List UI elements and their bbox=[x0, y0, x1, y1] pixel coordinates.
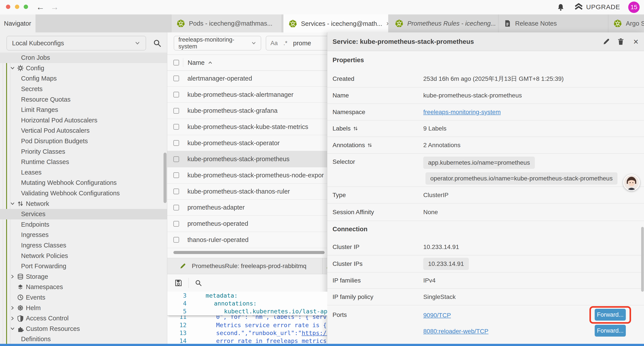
chevron-icon[interactable] bbox=[10, 253, 15, 259]
table-row[interactable]: kube-prometheus-stack-grafana bbox=[167, 103, 327, 119]
sidebar-item[interactable]: Secrets bbox=[0, 84, 167, 94]
tab-prometheus-rules[interactable]: Prometheus Rules - icecheng... bbox=[390, 14, 498, 32]
name-column-header[interactable]: Name bbox=[188, 59, 204, 66]
sidebar-item[interactable]: Horizontal Pod Autoscalers bbox=[0, 115, 167, 126]
select-all-checkbox[interactable] bbox=[174, 60, 179, 65]
row-checkbox[interactable] bbox=[174, 92, 179, 97]
tab-argo[interactable]: Argo Se bbox=[608, 14, 644, 32]
chevron-icon[interactable] bbox=[10, 86, 15, 92]
sidebar-item[interactable]: Custom Resources bbox=[0, 324, 167, 334]
editor-search-icon[interactable] bbox=[195, 280, 202, 287]
sidebar-item[interactable]: Namespaces bbox=[0, 282, 167, 292]
table-row[interactable]: prometheus-operated bbox=[167, 216, 327, 232]
chevron-icon[interactable] bbox=[10, 336, 15, 342]
sort-ascending-icon[interactable] bbox=[208, 60, 213, 65]
chevron-icon[interactable] bbox=[10, 159, 15, 165]
row-checkbox[interactable] bbox=[174, 108, 179, 114]
row-checkbox[interactable] bbox=[174, 140, 179, 146]
tab-pods[interactable]: Pods - icecheng@mathmas... bbox=[171, 14, 282, 32]
chevron-icon[interactable] bbox=[10, 201, 15, 207]
sidebar-item[interactable]: Ingress Classes bbox=[0, 240, 167, 251]
tab-services[interactable]: Services - icecheng@math... × bbox=[284, 14, 388, 33]
detail-scrollbar[interactable] bbox=[641, 227, 644, 292]
table-row[interactable]: alertmanager-operated bbox=[167, 70, 327, 87]
chevron-icon[interactable] bbox=[10, 180, 15, 186]
chevron-icon[interactable] bbox=[10, 274, 15, 280]
delete-trash-icon[interactable] bbox=[617, 38, 624, 45]
port-9090-link[interactable]: 9090/TCP bbox=[423, 312, 451, 319]
sidebar-item[interactable]: Network bbox=[0, 198, 167, 209]
notifications-bell-icon[interactable] bbox=[557, 3, 565, 11]
close-tab-icon[interactable]: × bbox=[386, 20, 388, 27]
horizontal-scrollbar[interactable] bbox=[174, 251, 325, 254]
row-checkbox[interactable] bbox=[174, 221, 179, 227]
editor-tab-prometheusrule[interactable]: PrometheusRule: freeleaps-prod-rabbitmq bbox=[172, 258, 323, 274]
chevron-icon[interactable] bbox=[10, 107, 15, 113]
table-row[interactable]: kube-prometheus-stack-prometheus-node-ex… bbox=[167, 167, 327, 184]
chevron-icon[interactable] bbox=[10, 128, 15, 134]
sidebar-item[interactable]: Access Control bbox=[0, 313, 167, 324]
table-row[interactable]: kube-prometheus-stack-thanos-ruler bbox=[167, 184, 327, 200]
sidebar-item[interactable]: Cron Jobs bbox=[0, 52, 167, 63]
sidebar-item[interactable]: Leases bbox=[0, 167, 167, 178]
forward-button[interactable]: → bbox=[50, 2, 59, 12]
kubeconfig-dropdown[interactable]: Local Kubeconfigs bbox=[6, 36, 146, 50]
table-row[interactable]: kube-prometheus-stack-kube-state-metrics bbox=[167, 119, 327, 135]
notification-count-badge[interactable]: 15 bbox=[628, 1, 640, 13]
save-icon[interactable] bbox=[174, 279, 182, 287]
chevron-icon[interactable] bbox=[10, 232, 15, 238]
expand-annotations-icon[interactable] bbox=[367, 143, 372, 148]
chevron-icon[interactable] bbox=[10, 264, 15, 269]
sidebar-item[interactable]: Runtime Classes bbox=[0, 157, 167, 167]
port-8080-link[interactable]: 8080:reloader-web/TCP bbox=[423, 328, 488, 335]
chevron-icon[interactable] bbox=[10, 138, 15, 144]
sidebar-item[interactable]: Ingresses bbox=[0, 230, 167, 240]
sidebar-item[interactable]: Mutating Webhook Configurations bbox=[0, 178, 167, 188]
chevron-icon[interactable] bbox=[10, 117, 15, 123]
sidebar-item[interactable]: Storage bbox=[0, 271, 167, 282]
close-panel-icon[interactable]: × bbox=[632, 36, 640, 44]
row-checkbox[interactable] bbox=[174, 172, 179, 178]
namespace-dropdown[interactable]: freeleaps-monitoring-system bbox=[174, 36, 261, 50]
namespace-link[interactable]: freeleaps-monitoring-system bbox=[423, 109, 501, 116]
row-checkbox[interactable] bbox=[174, 124, 179, 130]
maximize-window-button[interactable] bbox=[24, 4, 28, 9]
chevron-icon[interactable] bbox=[10, 326, 15, 332]
chevron-icon[interactable] bbox=[10, 305, 15, 311]
sidebar-item[interactable]: Resource Quotas bbox=[0, 94, 167, 105]
assistant-avatar[interactable] bbox=[623, 174, 640, 191]
chevron-icon[interactable] bbox=[10, 149, 15, 154]
table-row[interactable]: kube-prometheus-stack-alertmanager bbox=[167, 87, 327, 103]
tab-release-notes[interactable]: Release Notes bbox=[498, 14, 608, 32]
chevron-icon[interactable] bbox=[10, 55, 15, 61]
sidebar-item[interactable]: Validating Webhook Configurations bbox=[0, 188, 167, 199]
runbook-url-link[interactable]: https://net bbox=[302, 329, 327, 337]
sidebar-item[interactable]: Helm bbox=[0, 303, 167, 313]
sidebar-item[interactable]: Pod Disruption Budgets bbox=[0, 136, 167, 146]
sidebar-item[interactable]: Network Policies bbox=[0, 251, 167, 261]
regex-icon[interactable]: .* bbox=[284, 40, 287, 47]
chevron-icon[interactable] bbox=[10, 76, 15, 81]
back-button[interactable]: ← bbox=[36, 2, 44, 12]
table-row[interactable]: thanos-ruler-operated bbox=[167, 232, 327, 248]
expand-labels-icon[interactable] bbox=[353, 126, 358, 131]
sidebar-item[interactable]: Limit Ranges bbox=[0, 105, 167, 115]
chevron-icon[interactable] bbox=[10, 222, 15, 227]
sidebar-item[interactable]: Vertical Pod Autoscalers bbox=[0, 125, 167, 136]
editor-tab-partial[interactable] bbox=[323, 258, 327, 274]
yaml-editor[interactable]: 3metadata: 4annotations: 5kubectl.kubern… bbox=[167, 292, 327, 344]
row-checkbox[interactable] bbox=[174, 75, 179, 81]
chevron-icon[interactable] bbox=[10, 316, 15, 321]
row-checkbox[interactable] bbox=[174, 156, 179, 162]
sidebar-item[interactable]: Config Maps bbox=[0, 73, 167, 84]
chevron-icon[interactable] bbox=[10, 191, 15, 196]
match-case-icon[interactable]: Aa bbox=[270, 40, 278, 47]
row-checkbox[interactable] bbox=[174, 205, 179, 210]
tab-navigator[interactable]: Navigator bbox=[0, 14, 36, 32]
sidebar-item[interactable]: Config bbox=[0, 63, 167, 74]
sidebar-item[interactable]: Services bbox=[0, 209, 167, 219]
forward-port-button[interactable]: Forward... bbox=[595, 325, 626, 337]
sidebar-scrollbar[interactable] bbox=[164, 153, 166, 203]
row-checkbox[interactable] bbox=[174, 237, 179, 243]
row-checkbox[interactable] bbox=[174, 189, 179, 194]
